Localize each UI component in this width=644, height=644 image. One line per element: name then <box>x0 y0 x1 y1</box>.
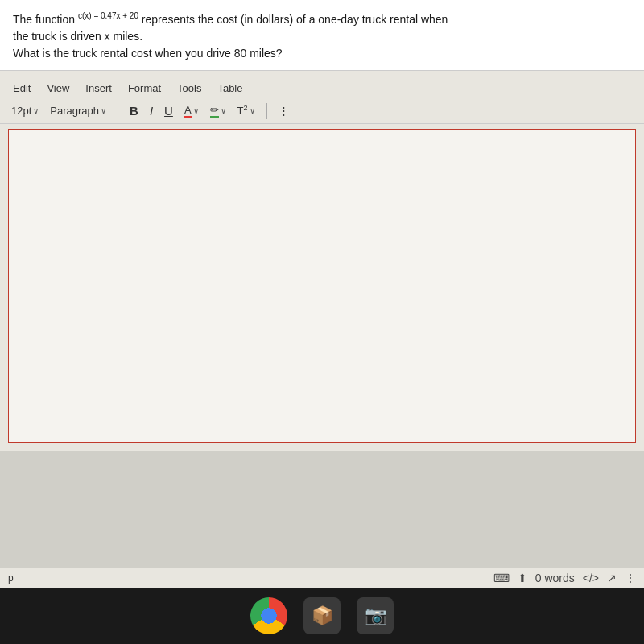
superscript-label: T2 <box>237 104 248 117</box>
separator-2 <box>266 103 267 119</box>
writing-area[interactable] <box>8 129 636 443</box>
question-text: The function c(x) = 0.47x + 20 represent… <box>13 10 631 62</box>
status-bar-right: ⌨ ⬆ 0 words </> ↗ ⋮ <box>493 572 636 584</box>
chrome-taskbar-icon[interactable] <box>250 597 287 634</box>
chrome-icon-graphic <box>250 597 287 634</box>
menu-view[interactable]: View <box>45 80 71 96</box>
more-status-icon[interactable]: ⋮ <box>625 572 636 584</box>
bold-button[interactable]: B <box>126 102 142 119</box>
more-options-button[interactable]: ⋮ <box>275 103 292 118</box>
separator-1 <box>118 103 118 119</box>
upload-icon[interactable]: ⬆ <box>518 572 527 584</box>
keyboard-icon[interactable]: ⌨ <box>493 572 510 584</box>
font-color-button[interactable]: A ∨ <box>181 102 202 120</box>
highlight-chevron: ∨ <box>221 106 226 115</box>
status-bar: p ⌨ ⬆ 0 words </> ↗ ⋮ <box>0 568 644 588</box>
font-size-chevron: ∨ <box>33 106 39 115</box>
menu-table[interactable]: Table <box>216 80 244 96</box>
camera-taskbar-icon[interactable]: 📷 <box>357 597 394 634</box>
paragraph-indicator: p <box>8 572 14 584</box>
paragraph-style-picker[interactable]: Paragraph ∨ <box>47 103 109 118</box>
taskbar: 📦 📷 <box>0 588 644 644</box>
menu-bar: Edit View Insert Format Tools Table <box>0 77 644 99</box>
menu-format[interactable]: Format <box>126 80 163 96</box>
camera-icon: 📷 <box>365 605 386 626</box>
italic-button[interactable]: I <box>147 102 156 119</box>
box-taskbar-icon[interactable]: 📦 <box>303 597 341 634</box>
highlight-button[interactable]: ✏ ∨ <box>207 102 229 120</box>
editor-container: Edit View Insert Format Tools Table 12pt… <box>0 71 644 451</box>
highlight-icon: ✏ <box>210 104 219 118</box>
question-area: The function c(x) = 0.47x + 20 represent… <box>0 0 644 71</box>
question-line2: the truck is driven x miles. <box>13 30 142 43</box>
menu-tools[interactable]: Tools <box>175 80 203 96</box>
question-line1: The function c(x) = 0.47x + 20 represent… <box>13 13 448 26</box>
word-count: 0 words <box>535 572 575 584</box>
code-icon[interactable]: </> <box>583 572 599 584</box>
toolbar: 12pt ∨ Paragraph ∨ B I U A ∨ ✏ ∨ T2 ∨ ⋮ <box>0 99 644 124</box>
font-size-value: 12pt <box>11 105 31 117</box>
writing-area-wrapper <box>0 124 644 451</box>
expand-icon[interactable]: ↗ <box>607 572 617 584</box>
font-color-icon: A <box>184 104 192 118</box>
box-icon: 📦 <box>312 605 333 626</box>
paragraph-style-value: Paragraph <box>50 105 99 117</box>
font-size-picker[interactable]: 12pt ∨ <box>8 103 42 118</box>
question-line3: What is the truck rental cost when you d… <box>13 47 283 60</box>
menu-edit[interactable]: Edit <box>11 80 32 96</box>
font-color-chevron: ∨ <box>193 106 199 115</box>
underline-button[interactable]: U <box>161 102 176 119</box>
superscript-chevron: ∨ <box>250 106 255 115</box>
menu-insert[interactable]: Insert <box>84 80 114 96</box>
superscript-button[interactable]: T2 ∨ <box>234 102 258 118</box>
paragraph-chevron: ∨ <box>101 106 106 115</box>
